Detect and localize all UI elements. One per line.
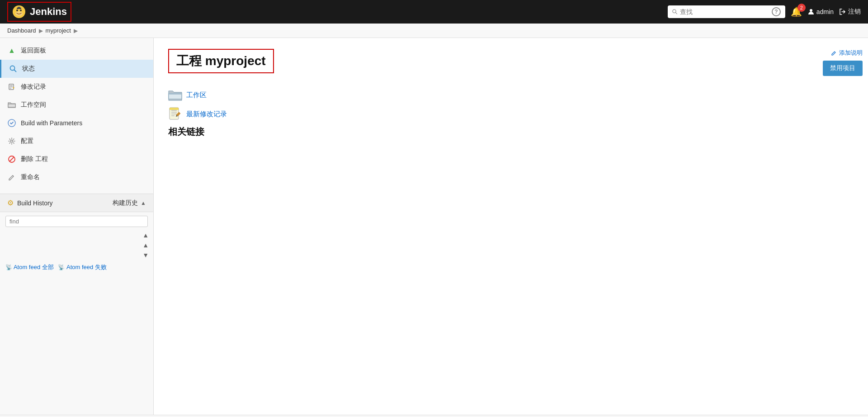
- sidebar-item-label-changes: 修改记录: [21, 83, 46, 91]
- folder-icon: [7, 100, 16, 109]
- svg-point-1: [15, 11, 23, 16]
- sidebar-item-label-back: 返回面板: [21, 47, 46, 55]
- build-history-header: ⚙ Build History 构建历史 ▲: [0, 194, 153, 212]
- svg-point-16: [11, 140, 13, 142]
- build-history-search: [0, 212, 153, 231]
- search-icon: [672, 9, 677, 15]
- sidebar-item-configure[interactable]: 配置: [0, 132, 153, 150]
- build-history-section: ⚙ Build History 构建历史 ▲ ▲ ▲ ▼ 📡: [0, 194, 153, 275]
- search-icon-sidebar: [9, 64, 18, 73]
- rename-icon: [7, 173, 16, 182]
- svg-point-8: [810, 9, 812, 12]
- svg-rect-24: [170, 108, 179, 110]
- build-history-feeds: 📡 Atom feed 全部 📡 Atom feed 失败: [0, 260, 153, 275]
- build-history-title-zh: 构建历史: [113, 199, 138, 207]
- up-arrow-icon: ▲: [7, 46, 16, 55]
- notification-badge: 2: [797, 4, 806, 12]
- sidebar-item-label-rename: 重命名: [21, 173, 40, 181]
- changelog-icon: [168, 107, 183, 121]
- project-title-box: 工程 myproject: [168, 49, 274, 73]
- breadcrumb-sep-1: ▶: [39, 28, 43, 34]
- main-layout: ▲ 返回面板 状态: [0, 38, 868, 415]
- footer: Jenkins 中文社区 REST API Jenkins 2.263.1: [0, 415, 868, 417]
- sidebar-nav: ▲ 返回面板 状态: [0, 38, 153, 190]
- breadcrumb-project[interactable]: myproject: [46, 27, 71, 34]
- feed-icon-1: 📡: [5, 264, 12, 270]
- workspace-changelog-links: 工作区 最新修改记录: [168, 88, 854, 121]
- jenkins-logo[interactable]: Jenkins: [7, 2, 71, 22]
- user-icon: [807, 8, 815, 15]
- workspace-folder-icon: [168, 88, 183, 102]
- scroll-up-small-icon[interactable]: ▲: [142, 241, 150, 250]
- disable-project-button[interactable]: 禁用项目: [823, 61, 863, 76]
- build-history-title-en: Build History: [17, 199, 53, 207]
- build-history-search-input[interactable]: [5, 216, 148, 227]
- sidebar-item-label-delete: 删除 工程: [21, 155, 48, 163]
- workspace-link[interactable]: 工作区: [168, 88, 854, 102]
- atom-feed-fail[interactable]: Atom feed 失败: [66, 264, 107, 270]
- svg-line-10: [14, 70, 16, 72]
- svg-line-7: [675, 13, 677, 14]
- svg-line-18: [10, 157, 14, 161]
- jenkins-logo-icon: [12, 5, 26, 19]
- sidebar-item-changes[interactable]: 修改记录: [0, 78, 153, 96]
- sidebar-item-delete[interactable]: 删除 工程: [0, 150, 153, 168]
- changelog-link-label: 最新修改记录: [186, 110, 227, 118]
- jenkins-logo-text: Jenkins: [30, 6, 67, 18]
- right-actions: 添加说明 禁用项目: [823, 49, 868, 76]
- build-icon: [7, 118, 16, 128]
- sidebar-item-back-dashboard[interactable]: ▲ 返回面板: [0, 42, 153, 60]
- search-help-icon[interactable]: ?: [772, 7, 781, 16]
- add-description-label: 添加说明: [839, 49, 863, 57]
- breadcrumb: Dashboard ▶ myproject ▶: [0, 24, 868, 38]
- build-history-title-left: ⚙ Build History: [7, 199, 53, 207]
- header: Jenkins ? 🔔 2 admin 注销: [0, 0, 868, 24]
- edit-desc-icon: [831, 50, 837, 56]
- build-history-gear-icon: ⚙: [7, 199, 14, 207]
- related-links-heading: 相关链接: [168, 126, 854, 138]
- sidebar-item-rename[interactable]: 重命名: [0, 168, 153, 186]
- logout-icon: [839, 8, 846, 15]
- scroll-up-icon[interactable]: ▲: [142, 231, 150, 240]
- build-history-title-right: 构建历史 ▲: [113, 199, 146, 207]
- logout-button[interactable]: 注销: [839, 8, 861, 16]
- changelog-link[interactable]: 最新修改记录: [168, 107, 854, 121]
- notification-bell[interactable]: 🔔 2: [791, 6, 802, 17]
- build-history-scroll-area: ▲ ▲ ▼: [0, 231, 153, 260]
- feed-icon-2: 📡: [58, 264, 65, 270]
- sidebar: ▲ 返回面板 状态: [0, 38, 154, 415]
- search-input[interactable]: [680, 8, 769, 15]
- breadcrumb-sep-2: ▶: [74, 28, 78, 34]
- edit-icon: [7, 82, 16, 91]
- search-box[interactable]: ?: [668, 5, 785, 18]
- sidebar-item-label-configure: 配置: [21, 137, 33, 145]
- sidebar-item-status[interactable]: 状态: [0, 60, 153, 78]
- sidebar-item-build-params[interactable]: Build with Parameters: [0, 114, 153, 132]
- breadcrumb-dashboard[interactable]: Dashboard: [7, 27, 36, 34]
- sidebar-item-label-status: 状态: [22, 65, 35, 73]
- svg-point-3: [20, 9, 22, 11]
- logout-label: 注销: [848, 8, 861, 16]
- project-title: 工程 myproject: [176, 52, 266, 70]
- sidebar-item-label-workspace: 工作空间: [21, 101, 46, 109]
- sidebar-item-label-build-params: Build with Parameters: [21, 119, 82, 127]
- svg-rect-5: [17, 8, 21, 9]
- svg-point-2: [16, 9, 18, 11]
- ban-icon: [7, 155, 16, 164]
- workspace-link-label: 工作区: [186, 91, 207, 100]
- chevron-up-icon: ▲: [141, 200, 146, 206]
- user-menu[interactable]: admin: [807, 8, 834, 15]
- gear-icon: [7, 137, 16, 146]
- atom-feed-all[interactable]: Atom feed 全部: [14, 264, 54, 270]
- user-name: admin: [816, 8, 834, 15]
- scroll-buttons: ▲ ▲ ▼: [142, 231, 150, 260]
- main-content: 工程 myproject 工作区: [154, 38, 868, 415]
- scroll-down-icon[interactable]: ▼: [142, 251, 150, 260]
- sidebar-item-workspace[interactable]: 工作空间: [0, 96, 153, 114]
- add-description-link[interactable]: 添加说明: [831, 49, 868, 57]
